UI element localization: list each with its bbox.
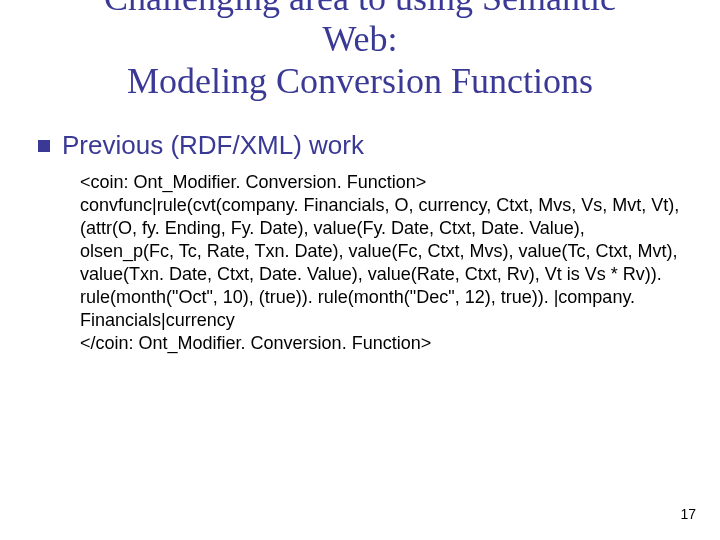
bullet-item: Previous (RDF/XML) work <box>38 130 688 161</box>
bullet-marker-icon <box>38 140 50 152</box>
code-block: <coin: Ont_Modifier. Conversion. Functio… <box>80 171 680 355</box>
bullet-text: Previous (RDF/XML) work <box>62 130 364 161</box>
slide-body: Previous (RDF/XML) work <coin: Ont_Modif… <box>38 130 688 355</box>
page-number: 17 <box>680 506 696 522</box>
slide-title: Challenging area to using Semantic Web: … <box>0 0 720 102</box>
slide: Challenging area to using Semantic Web: … <box>0 0 720 540</box>
